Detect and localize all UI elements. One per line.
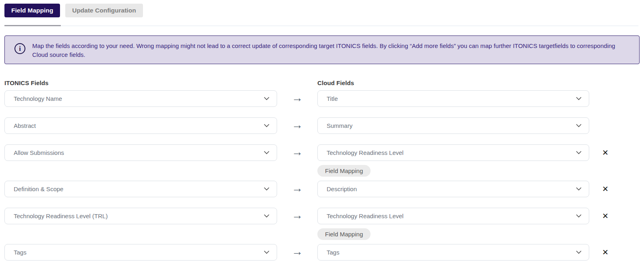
info-icon: i [14,43,25,54]
cloud-field-select[interactable]: Technology Readiness Level [317,208,589,224]
mapping-arrow-cell: → [277,117,317,134]
chevron-down-icon [576,97,582,100]
chevron-down-icon [576,151,582,154]
cloud-field-group: Title [317,90,589,107]
arrow-right-icon: → [292,183,303,194]
arrow-right-icon: → [292,210,303,221]
arrow-right-icon: → [292,92,303,104]
select-value: Abstract [14,122,264,129]
info-banner: i Map the fields according to your need.… [4,35,640,64]
remove-mapping-button[interactable]: ✕ [601,181,610,197]
mapping-arrow-cell: → [277,244,317,261]
mapping-row: Technology Readiness Level (TRL) → Techn… [4,208,640,240]
arrow-right-icon: → [292,119,303,131]
chevron-down-icon [264,187,269,191]
close-icon: ✕ [602,185,609,193]
cloud-field-select[interactable]: Tags [317,244,589,261]
mapping-arrow-cell: → [277,208,317,224]
itonics-field-select[interactable]: Abstract [4,117,277,134]
arrow-right-icon: → [292,246,303,257]
tab-bar: Field Mapping Update Configuration [4,4,640,17]
remove-mapping-button[interactable]: ✕ [601,208,610,224]
select-value: Description [327,186,576,192]
itonics-fields-header: ITONICS Fields [4,79,317,86]
cloud-field-select[interactable]: Title [317,90,589,107]
chevron-down-icon [264,97,269,100]
close-icon: ✕ [602,248,609,256]
column-headers: ITONICS Fields Cloud Fields [4,79,640,86]
select-value: Tags [14,249,264,256]
remove-mapping-button[interactable]: ✕ [601,244,610,261]
select-value: Technology Readiness Level [327,149,576,156]
itonics-field-select[interactable]: Technology Readiness Level (TRL) [4,208,277,224]
mapping-arrow-cell: → [277,181,317,197]
mapping-arrow-cell: → [277,144,317,161]
cloud-field-select[interactable]: Technology Readiness Level [317,144,589,161]
itonics-field-select[interactable]: Technology Name [4,90,277,107]
chevron-down-icon [264,124,269,127]
mapping-arrow-cell: → [277,90,317,107]
itonics-field-select[interactable]: Allow Submissions [4,144,277,161]
active-tab-underline [4,25,61,26]
cloud-field-group: Technology Readiness Level ✕ Field Mappi… [317,144,610,177]
mapping-row: Definition & Scope → Description ✕ [4,181,640,197]
tab-divider [4,25,640,27]
cloud-field-group: Tags ✕ [317,244,610,261]
select-value: Summary [327,122,576,129]
select-value: Technology Name [14,95,264,102]
select-value: Allow Submissions [14,149,264,156]
tab-field-mapping[interactable]: Field Mapping [4,4,60,17]
cloud-field-select[interactable]: Description [317,181,589,197]
select-value: Technology Readiness Level [327,213,576,219]
field-mapping-button[interactable]: Field Mapping [317,165,371,177]
chevron-down-icon [576,187,582,191]
itonics-field-select[interactable]: Tags [4,244,277,261]
cloud-field-group: Technology Readiness Level ✕ Field Mappi… [317,208,610,240]
mapping-row: Technology Name → Title [4,90,640,107]
divider-line [4,25,638,26]
mapping-row: Tags → Tags ✕ [4,244,640,261]
mapping-row: Abstract → Summary [4,117,640,134]
select-value: Definition & Scope [14,186,264,192]
chevron-down-icon [576,124,582,127]
cloud-field-select[interactable]: Summary [317,117,589,134]
remove-mapping-button[interactable]: ✕ [601,144,610,161]
chevron-down-icon [264,214,269,218]
select-value: Technology Readiness Level (TRL) [14,213,264,219]
chevron-down-icon [576,250,582,254]
chevron-down-icon [264,250,269,254]
select-value: Title [327,95,576,102]
info-banner-text: Map the fields according to your need. W… [32,40,630,59]
close-icon: ✕ [602,149,609,156]
itonics-field-select[interactable]: Definition & Scope [4,181,277,197]
chevron-down-icon [576,214,582,218]
tab-update-configuration[interactable]: Update Configuration [65,4,143,17]
field-mapping-page: Field Mapping Update Configuration i Map… [0,0,644,261]
cloud-field-group: Summary [317,117,589,134]
mapping-row: Allow Submissions → Technology Readiness… [4,144,640,177]
chevron-down-icon [264,151,269,154]
field-mapping-button[interactable]: Field Mapping [317,228,371,240]
cloud-field-group: Description ✕ [317,181,610,197]
select-value: Tags [327,249,576,256]
arrow-right-icon: → [292,146,303,158]
cloud-fields-header: Cloud Fields [317,79,354,86]
close-icon: ✕ [602,212,609,220]
